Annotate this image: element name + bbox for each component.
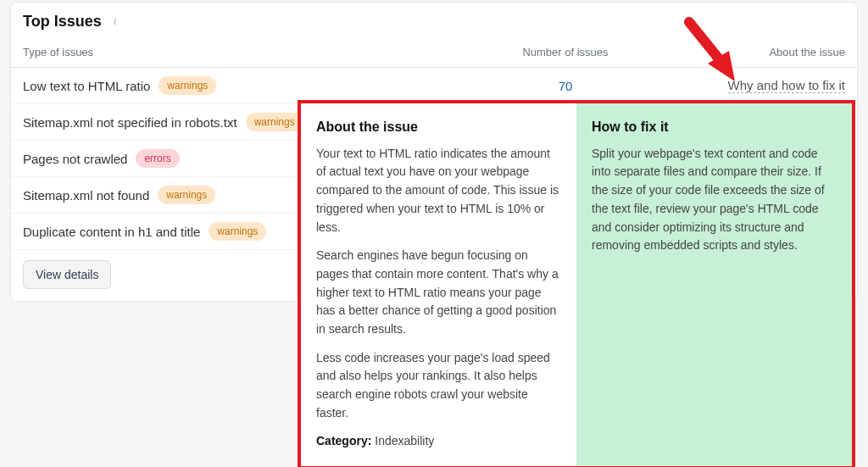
issue-details-popup: About the issue Your text to HTML ratio … [298, 100, 855, 467]
col-number-header: Number of issues [472, 46, 659, 58]
table-header-row: Type of issues Number of issues About th… [11, 37, 857, 68]
issue-name: Duplicate content in h1 and title [23, 225, 200, 239]
popup-category-line: Category: Indexability [316, 432, 561, 451]
warnings-badge: warnings [158, 186, 215, 204]
view-details-button[interactable]: View details [23, 260, 111, 289]
col-type-header: Type of issues [23, 46, 472, 58]
issue-name: Sitemap.xml not specified in robots.txt [23, 115, 237, 130]
issue-count-link[interactable]: 70 [472, 79, 659, 93]
popup-fix-column: How to fix it Split your webpage's text … [576, 103, 852, 466]
popup-about-paragraph: Your text to HTML ratio indicates the am… [316, 145, 561, 236]
why-how-link[interactable]: Why and how to fix it [728, 78, 845, 93]
popup-fix-title: How to fix it [592, 117, 837, 138]
popup-about-paragraph: Less code increases your page's load spe… [316, 349, 561, 423]
issue-name: Low text to HTML ratio [23, 79, 150, 93]
popup-category-label: Category: [316, 434, 371, 448]
card-header: Top Issues [11, 3, 857, 37]
info-icon[interactable] [108, 15, 122, 29]
issue-name: Pages not crawled [23, 152, 127, 166]
popup-about-title: About the issue [316, 117, 561, 138]
popup-about-column: About the issue Your text to HTML ratio … [301, 103, 576, 466]
popup-category-value: Indexability [371, 434, 434, 448]
popup-fix-paragraph: Split your webpage's text content and co… [592, 145, 837, 255]
issue-name: Sitemap.xml not found [23, 188, 149, 203]
card-title: Top Issues [23, 13, 102, 31]
issue-cell: Low text to HTML ratio warnings [23, 76, 472, 95]
table-row: Low text to HTML ratio warnings 70 Why a… [11, 68, 857, 104]
warnings-badge: warnings [209, 222, 266, 241]
errors-badge: errors [136, 149, 179, 168]
popup-about-paragraph: Search engines have begun focusing on pa… [316, 247, 561, 338]
col-about-header: About the issue [659, 46, 845, 58]
warnings-badge: warnings [159, 76, 216, 95]
warnings-badge: warnings [246, 113, 303, 131]
